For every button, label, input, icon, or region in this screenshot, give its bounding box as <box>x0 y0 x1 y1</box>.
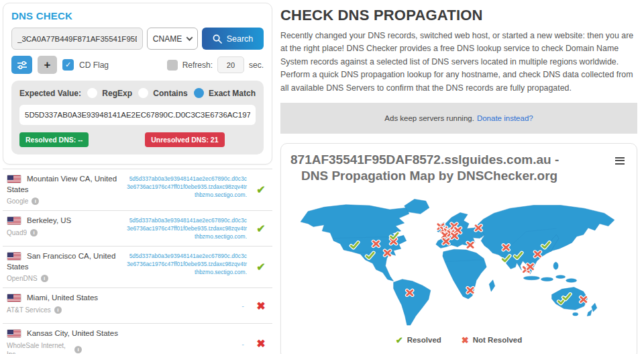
resolved-badge: Resolved DNS: -- <box>19 132 89 147</box>
island-indonesia <box>541 277 553 281</box>
map-marker-unresolved <box>503 245 508 249</box>
search-icon <box>213 34 222 44</box>
us-flag-icon <box>7 329 21 338</box>
world-map-wrap <box>290 189 627 333</box>
server-result: 5d5d337ab0a3e93948141ae2ec67890c.d0c3c3e… <box>125 174 252 206</box>
ads-banner: Ads keep servers running. Donate instead… <box>280 103 637 134</box>
map-marker-unresolved <box>581 297 586 302</box>
cd-flag-label: CD Flag <box>79 60 109 70</box>
server-row-att: Miami, United States AT&T Servicesi - ✖ <box>3 287 272 323</box>
radio-selected-icon <box>194 88 204 98</box>
server-location: Mountain View CA, United States <box>7 175 117 193</box>
map-marker-unresolved <box>476 225 481 230</box>
search-row: CNAME Search <box>11 28 264 50</box>
map-marker-unresolved <box>468 287 473 292</box>
radio-regexp[interactable]: RegExp <box>87 88 132 98</box>
server-row-quad9: Berkeley, US Quad9i 5d5d337ab0a3e9394814… <box>3 210 272 246</box>
server-row-google: Mountain View CA, United States Googlei … <box>3 169 272 210</box>
info-icon[interactable]: i <box>74 346 82 353</box>
expected-value-input[interactable] <box>19 105 256 125</box>
server-result: - <box>125 338 252 349</box>
unresolved-x-icon: ✖ <box>252 337 270 350</box>
result-badges: Resolved DNS: -- Unresolved DNS: 21 <box>19 132 256 147</box>
radio-circle-icon <box>87 88 97 98</box>
island-indonesia <box>566 279 577 282</box>
info-icon[interactable]: i <box>54 306 62 314</box>
chart-menu-icon[interactable] <box>614 154 626 167</box>
server-result: 5d5d337ab0a3e93948141ae2ec67890c.d0c3c3e… <box>125 216 252 241</box>
continent-south-america <box>394 279 431 324</box>
unresolved-x-icon: ✖ <box>252 300 270 312</box>
add-server-button[interactable]: + <box>38 56 57 74</box>
island-indonesia <box>523 276 539 279</box>
chevron-down-icon <box>186 34 193 41</box>
cd-flag-checkbox[interactable]: ✓ <box>62 59 74 71</box>
intro-paragraph: Recently changed your DNS records, switc… <box>280 30 637 95</box>
server-location: Miami, United States <box>27 294 98 302</box>
info-icon[interactable]: i <box>41 275 48 282</box>
dns-check-card: DNS CHECK CNAME Search <box>3 3 272 165</box>
island-greenland <box>405 199 429 214</box>
advanced-options-button[interactable] <box>11 56 32 74</box>
us-flag-icon <box>7 252 21 261</box>
island-philippines <box>553 262 558 269</box>
server-location: Kansas City, United States <box>27 329 118 337</box>
us-flag-icon <box>7 294 21 302</box>
unresolved-x-icon: ✖ <box>462 335 469 345</box>
continent-africa <box>443 249 486 299</box>
panel-title: DNS CHECK <box>11 10 264 21</box>
island-madagascar <box>489 279 495 291</box>
dns-server-list: Mountain View CA, United States Googlei … <box>3 169 272 354</box>
radio-circle-icon <box>138 88 148 98</box>
server-provider: Google <box>7 197 28 206</box>
island-new-zealand <box>592 303 597 312</box>
refresh-checkbox[interactable] <box>167 60 178 71</box>
legend-not-resolved: ✖ Not Resolved <box>462 335 522 345</box>
main-content: CHECK DNS PROPAGATION Recently changed y… <box>274 0 644 354</box>
map-title: 871AF35541F95DAF8572.sslguides.com.au - … <box>290 152 567 183</box>
map-title-line2: DNS Propagation Map by DNSChecker.org <box>290 168 567 183</box>
server-result: 5d5d337ab0a3e93948141ae2ec67890c.d0c3c3e… <box>125 251 252 283</box>
us-flag-icon <box>7 216 21 225</box>
server-location: Berkeley, US <box>27 216 71 224</box>
search-button[interactable]: Search <box>202 28 264 50</box>
server-row-opendns: San Francisco CA, United States OpenDNSi… <box>3 246 272 287</box>
expected-value-label: Expected Value: <box>19 89 81 98</box>
server-row-wholesale: Kansas City, United States WholeSale Int… <box>3 323 272 354</box>
map-marker-unresolved <box>407 290 413 295</box>
island-indonesia <box>556 275 566 279</box>
ads-note: Ads keep servers running. <box>384 114 474 122</box>
map-marker-unresolved <box>373 241 378 246</box>
map-marker-unresolved <box>443 238 449 243</box>
map-marker-unresolved <box>527 264 533 269</box>
hostname-input[interactable] <box>11 28 143 50</box>
map-marker-unresolved <box>535 251 540 256</box>
record-type-select[interactable]: CNAME <box>147 28 198 50</box>
expected-value-box: Expected Value: RegExp Contains Exact Ma… <box>11 81 264 154</box>
radio-exact-match[interactable]: Exact Match <box>194 88 256 98</box>
server-provider: OpenDNS <box>7 274 38 283</box>
refresh-seconds-input[interactable] <box>217 56 244 73</box>
info-icon[interactable]: i <box>32 197 39 205</box>
resolved-check-icon: ✔ <box>252 261 270 273</box>
radio-contains[interactable]: Contains <box>138 88 187 98</box>
server-location: San Francisco CA, United States <box>7 252 115 271</box>
server-provider: WholeSale Internet, Inc. <box>7 341 71 354</box>
server-provider: AT&T Services <box>7 306 51 314</box>
info-icon[interactable]: i <box>30 229 38 236</box>
map-marker-unresolved <box>451 233 457 238</box>
donate-link[interactable]: Donate instead? <box>477 114 533 122</box>
plus-icon: + <box>44 58 51 72</box>
island-new-zealand <box>587 310 592 316</box>
options-row: + ✓ CD Flag Refresh: sec. <box>11 56 264 74</box>
legend-resolved: ✔ Resolved <box>396 335 441 345</box>
unresolved-badge: Unresolved DNS: 21 <box>145 132 224 147</box>
world-map <box>290 189 627 333</box>
server-result: - <box>125 300 252 311</box>
server-provider: Quad9 <box>7 228 27 237</box>
refresh-group: Refresh: sec. <box>167 56 264 73</box>
propagation-map-card: 871AF35541F95DAF8572.sslguides.com.au - … <box>280 143 637 354</box>
resolved-check-icon: ✔ <box>252 183 270 196</box>
resolved-check-icon: ✔ <box>252 222 270 235</box>
island-tasmania <box>573 312 578 316</box>
